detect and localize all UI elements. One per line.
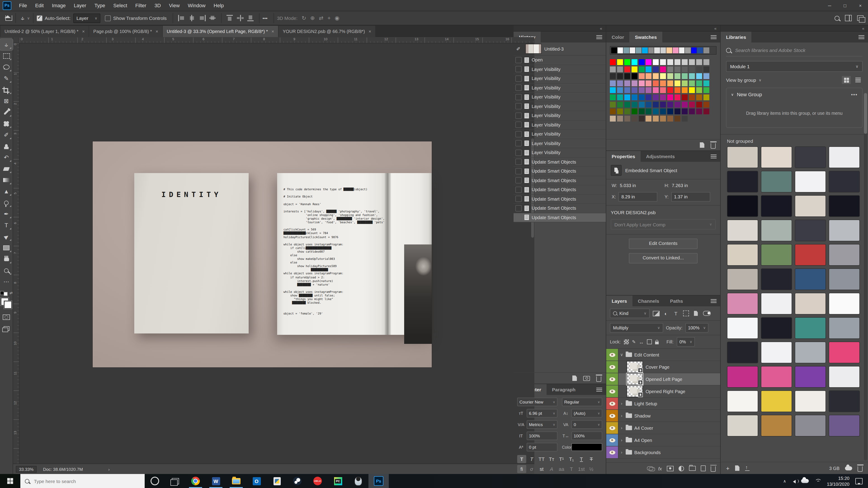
faux-bold-button[interactable]: T <box>517 455 526 463</box>
foreground-background-colors[interactable] <box>1 298 12 308</box>
swatch[interactable] <box>675 116 680 122</box>
swatch[interactable] <box>653 116 659 122</box>
swatch[interactable] <box>617 88 623 93</box>
x-position-field[interactable] <box>619 192 657 201</box>
layer-row-cover-page[interactable]: Cover Page <box>606 361 720 373</box>
recent-swatch[interactable] <box>642 47 648 53</box>
library-asset[interactable] <box>727 220 758 241</box>
layer-row-light-setup[interactable]: › Light Setup <box>606 398 720 410</box>
pasteboard[interactable]: IDENTITY # This code determines the type… <box>20 43 534 464</box>
menu-item[interactable]: Image <box>48 0 70 11</box>
library-asset[interactable] <box>829 147 860 168</box>
group-expand-caret[interactable]: › <box>618 414 625 418</box>
library-asset[interactable] <box>795 317 826 339</box>
library-asset[interactable] <box>727 195 758 217</box>
history-source-checkbox[interactable] <box>515 94 522 100</box>
swatch[interactable] <box>646 88 652 93</box>
tab-paragraph[interactable]: Paragraph <box>547 384 581 395</box>
convert-to-linked-button[interactable]: Convert to Linked... <box>629 253 698 263</box>
blend-mode-select[interactable]: Multiply∨ <box>610 323 663 332</box>
menu-item[interactable]: Select <box>109 0 131 11</box>
visibility-eye-icon[interactable] <box>609 414 615 418</box>
library-asset[interactable] <box>761 341 792 363</box>
recent-swatch[interactable] <box>698 47 703 53</box>
history-entry[interactable]: Update Smart Objects <box>514 204 606 213</box>
library-asset[interactable] <box>829 390 860 412</box>
tab-libraries[interactable]: Libraries <box>721 32 752 42</box>
swatch[interactable] <box>646 94 652 100</box>
visibility-eye-icon[interactable] <box>609 365 615 369</box>
library-asset[interactable] <box>829 366 860 388</box>
swatch[interactable] <box>646 59 652 65</box>
swatch[interactable] <box>667 94 673 100</box>
horizontal-ruler[interactable]: 012345678910111213141516 <box>20 37 534 43</box>
swatch[interactable] <box>631 108 637 114</box>
history-brush-source-icon[interactable]: ✐ <box>516 46 523 52</box>
layer-row-opened-right-page[interactable]: Opened Right Page <box>606 385 720 398</box>
steam-icon[interactable] <box>287 474 307 488</box>
swatch[interactable] <box>689 88 695 93</box>
underline-button[interactable]: T <box>577 455 586 463</box>
home-icon[interactable] <box>5 15 12 21</box>
swatch[interactable] <box>653 94 659 100</box>
library-select[interactable]: Module 1∨ <box>726 61 863 72</box>
vertical-scale-field[interactable]: 100% <box>527 431 557 440</box>
search-icon[interactable] <box>835 15 839 21</box>
swatch[interactable] <box>617 116 623 122</box>
menu-item[interactable]: Window <box>184 0 210 11</box>
dodge-tool[interactable] <box>0 197 13 208</box>
history-source-checkbox[interactable] <box>515 103 522 109</box>
font-size-select[interactable]: 6.96 pt∨ <box>527 409 557 418</box>
history-snapshot[interactable]: ✐ Untitled-3 <box>514 42 606 56</box>
align-center-v-icon[interactable] <box>237 15 243 21</box>
recent-swatch[interactable] <box>685 47 690 53</box>
swatch[interactable] <box>667 116 673 122</box>
start-button[interactable] <box>0 474 20 488</box>
new-document-from-state-icon[interactable] <box>572 376 577 381</box>
swatch[interactable] <box>631 59 637 65</box>
swatch[interactable] <box>631 88 637 93</box>
swatch[interactable] <box>703 66 709 72</box>
baseline-shift-field[interactable]: 0 pt <box>527 443 557 451</box>
wifi-icon[interactable] <box>815 479 821 483</box>
leading-select[interactable]: (Auto)∨ <box>571 409 602 418</box>
layer-comp-select[interactable]: Don't Apply Layer Comp∨ <box>611 219 716 230</box>
recent-swatch[interactable] <box>673 47 678 53</box>
library-asset[interactable] <box>829 415 860 436</box>
swatch[interactable] <box>703 108 709 114</box>
history-source-checkbox[interactable] <box>515 66 522 72</box>
swatch[interactable] <box>639 59 645 65</box>
zoom-level-field[interactable]: 33.33% <box>16 466 37 473</box>
swatch[interactable] <box>689 101 695 107</box>
swatch[interactable] <box>653 108 659 114</box>
library-asset[interactable] <box>795 244 826 266</box>
history-entry[interactable]: Layer Visibility <box>514 148 606 158</box>
library-asset[interactable] <box>727 147 758 168</box>
new-snapshot-icon[interactable] <box>583 376 590 381</box>
swatch[interactable] <box>675 66 680 72</box>
library-asset[interactable] <box>829 341 860 363</box>
group-collapse-caret[interactable]: ∨ <box>731 92 734 96</box>
swatch[interactable] <box>696 59 702 65</box>
delete-layer-icon[interactable] <box>711 466 716 472</box>
align-center-h-icon[interactable] <box>188 15 195 21</box>
filter-shape-layers-icon[interactable] <box>682 310 689 317</box>
swatch[interactable] <box>617 101 623 107</box>
swatch[interactable] <box>682 94 688 100</box>
history-source-checkbox[interactable] <box>515 131 522 137</box>
swatch[interactable] <box>675 94 680 100</box>
volume-icon[interactable] <box>792 479 795 483</box>
swatch[interactable] <box>660 73 666 79</box>
history-source-checkbox[interactable] <box>515 85 522 91</box>
swatch[interactable] <box>631 73 637 79</box>
all-caps-button[interactable]: TT <box>537 455 546 463</box>
tab-layers[interactable]: Layers <box>606 295 632 306</box>
menu-item[interactable]: Type <box>90 0 110 11</box>
library-asset[interactable] <box>727 268 758 290</box>
swatch[interactable] <box>653 59 659 65</box>
visibility-eye-icon[interactable] <box>609 438 615 442</box>
swatch[interactable] <box>624 88 630 93</box>
swatch[interactable] <box>696 88 702 93</box>
lasso-tool[interactable] <box>0 61 13 73</box>
align-top-icon[interactable] <box>226 15 233 21</box>
